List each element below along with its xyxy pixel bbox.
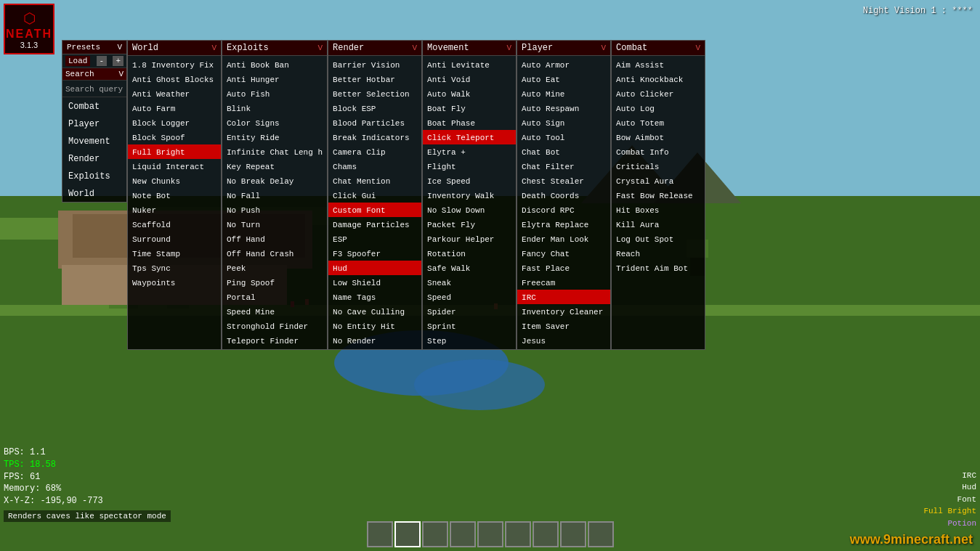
col-item-aim-assist[interactable]: Aim Assist	[612, 57, 705, 72]
col-item-trident-aim-bot[interactable]: Trident Aim Bot	[612, 261, 705, 275]
col-item-scaffold[interactable]: Scaffold	[128, 217, 221, 232]
col-item-fast-bow-release[interactable]: Fast Bow Release	[612, 188, 705, 203]
col-item-auto-clicker[interactable]: Auto Clicker	[612, 86, 705, 101]
col-item-parkour-helper[interactable]: Parkour Helper	[423, 232, 516, 246]
col-item-peek[interactable]: Peek	[222, 261, 327, 275]
col-item-camera-clip[interactable]: Camera Clip	[328, 144, 421, 159]
col-item-log-out-spot[interactable]: Log Out Spot	[612, 232, 705, 246]
col-item-auto-mine[interactable]: Auto Mine	[517, 86, 610, 101]
col-item-color-signs[interactable]: Color Signs	[222, 115, 327, 130]
col-item-no-push[interactable]: No Push	[222, 203, 327, 217]
col-item-auto-walk[interactable]: Auto Walk	[423, 86, 516, 101]
col-item-damage-particles[interactable]: Damage Particles	[328, 217, 421, 232]
col-item-key-repeat[interactable]: Key Repeat	[222, 159, 327, 174]
col-item-18-inventory-fix[interactable]: 1.8 Inventory Fix	[128, 57, 221, 72]
col-item-anti-void[interactable]: Anti Void	[423, 72, 516, 86]
col-item-hud[interactable]: Hud	[328, 261, 421, 275]
col-item-auto-tool[interactable]: Auto Tool	[517, 130, 610, 144]
col-item-auto-armor[interactable]: Auto Armor	[517, 57, 610, 72]
col-item-blink[interactable]: Blink	[222, 101, 327, 115]
col-item-break-indicators[interactable]: Break Indicators	[328, 130, 421, 144]
col-item-freecam[interactable]: Freecam	[517, 275, 610, 290]
sidebar-item-player[interactable]: Player	[62, 115, 126, 132]
col-item-low-shield[interactable]: Low Shield	[328, 275, 421, 290]
col-v-exploits[interactable]: V	[317, 44, 323, 52]
col-v-movement[interactable]: V	[506, 44, 511, 52]
col-item-f3-spoofer[interactable]: F3 Spoofer	[328, 246, 421, 261]
col-item-esp[interactable]: ESP	[328, 232, 421, 246]
col-item-auto-respawn[interactable]: Auto Respawn	[517, 101, 610, 115]
col-item-boat-phase[interactable]: Boat Phase	[423, 115, 516, 130]
sidebar-item-movement[interactable]: Movement	[62, 132, 126, 150]
col-item-off-hand-crash[interactable]: Off Hand Crash	[222, 246, 327, 261]
col-item-auto-eat[interactable]: Auto Eat	[517, 72, 610, 86]
sidebar-item-combat[interactable]: Combat	[62, 97, 126, 115]
col-item-crystal-aura[interactable]: Crystal Aura	[612, 174, 705, 188]
col-item-block-spoof[interactable]: Block Spoof	[128, 130, 221, 144]
col-item-jesus[interactable]: Jesus	[517, 333, 610, 348]
col-item-auto-totem[interactable]: Auto Totem	[612, 115, 705, 130]
col-item-click-gui[interactable]: Click Gui	[328, 188, 421, 203]
col-item-fast-place[interactable]: Fast Place	[517, 261, 610, 275]
col-item-chat-bot[interactable]: Chat Bot	[517, 144, 610, 159]
col-item-click-teleport[interactable]: Click Teleport	[423, 130, 516, 144]
col-item-auto-log[interactable]: Auto Log	[612, 101, 705, 115]
load-plus-button[interactable]: +	[113, 56, 123, 66]
col-item-full-bright[interactable]: Full Bright	[128, 144, 221, 159]
col-item-no-cave-culling[interactable]: No Cave Culling	[328, 304, 421, 319]
col-item-note-bot[interactable]: Note Bot	[128, 188, 221, 203]
col-item-chat-filter[interactable]: Chat Filter	[517, 159, 610, 174]
col-item-safe-walk[interactable]: Safe Walk	[423, 261, 516, 275]
col-item-item-saver[interactable]: Item Saver	[517, 319, 610, 333]
col-item-anti-book-ban[interactable]: Anti Book Ban	[222, 57, 327, 72]
col-item-ender-man-look[interactable]: Ender Man Look	[517, 232, 610, 246]
col-item-elytra-replace[interactable]: Elytra Replace	[517, 217, 610, 232]
col-item-anti-weather[interactable]: Anti Weather	[128, 86, 221, 101]
col-item-speed[interactable]: Speed	[423, 290, 516, 304]
col-item-criticals[interactable]: Criticals	[612, 159, 705, 174]
col-v-combat[interactable]: V	[695, 44, 700, 52]
sidebar-item-world[interactable]: World	[62, 184, 126, 202]
col-item-discord-rpc[interactable]: Discord RPC	[517, 203, 610, 217]
col-item-no-slow-down[interactable]: No Slow Down	[423, 203, 516, 217]
col-item-packet-fly[interactable]: Packet Fly	[423, 217, 516, 232]
col-item-hit-boxes[interactable]: Hit Boxes	[612, 203, 705, 217]
col-item-name-tags[interactable]: Name Tags	[328, 290, 421, 304]
col-item-chat-mention[interactable]: Chat Mention	[328, 174, 421, 188]
col-item-speed-mine[interactable]: Speed Mine	[222, 304, 327, 319]
col-item-death-coords[interactable]: Death Coords	[517, 188, 610, 203]
col-item-boat-fly[interactable]: Boat Fly	[423, 101, 516, 115]
col-v-world[interactable]: V	[211, 44, 216, 52]
col-item-step[interactable]: Step	[423, 333, 516, 348]
col-item-blood-particles[interactable]: Blood Particles	[328, 115, 421, 130]
load-button[interactable]: Load	[65, 56, 90, 66]
col-item-no-fall[interactable]: No Fall	[222, 188, 327, 203]
col-item-liquid-interact[interactable]: Liquid Interact	[128, 159, 221, 174]
col-item-infinite-chat-leng-h[interactable]: Infinite Chat Leng h	[222, 144, 327, 159]
col-item-block-esp[interactable]: Block ESP	[328, 101, 421, 115]
col-item-reach[interactable]: Reach	[612, 246, 705, 261]
col-item-sprint[interactable]: Sprint	[423, 319, 516, 333]
col-item-auto-sign[interactable]: Auto Sign	[517, 115, 610, 130]
presets-v-arrow[interactable]: V	[117, 43, 122, 52]
col-item-barrier-vision[interactable]: Barrier Vision	[328, 57, 421, 72]
load-minus-button[interactable]: -	[97, 56, 108, 66]
col-item-portal[interactable]: Portal	[222, 290, 327, 304]
col-item-no-break-delay[interactable]: No Break Delay	[222, 174, 327, 188]
col-item-inventory-walk[interactable]: Inventory Walk	[423, 188, 516, 203]
sidebar-item-exploits[interactable]: Exploits	[62, 167, 126, 184]
col-item-irc[interactable]: IRC	[517, 290, 610, 304]
col-item-auto-farm[interactable]: Auto Farm	[128, 101, 221, 115]
col-item-entity-ride[interactable]: Entity Ride	[222, 130, 327, 144]
col-item-no-entity-hit[interactable]: No Entity Hit	[328, 319, 421, 333]
col-item-no-turn[interactable]: No Turn	[222, 217, 327, 232]
col-item-spider[interactable]: Spider	[423, 304, 516, 319]
col-item-ping-spoof[interactable]: Ping Spoof	[222, 275, 327, 290]
col-item-custom-font[interactable]: Custom Font	[328, 203, 421, 217]
sidebar-item-render[interactable]: Render	[62, 150, 126, 167]
col-item-ice-speed[interactable]: Ice Speed	[423, 174, 516, 188]
col-item-rotation[interactable]: Rotation	[423, 246, 516, 261]
col-item-sneak[interactable]: Sneak	[423, 275, 516, 290]
col-item-chams[interactable]: Chams	[328, 159, 421, 174]
col-item-stronghold-finder[interactable]: Stronghold Finder	[222, 319, 327, 333]
